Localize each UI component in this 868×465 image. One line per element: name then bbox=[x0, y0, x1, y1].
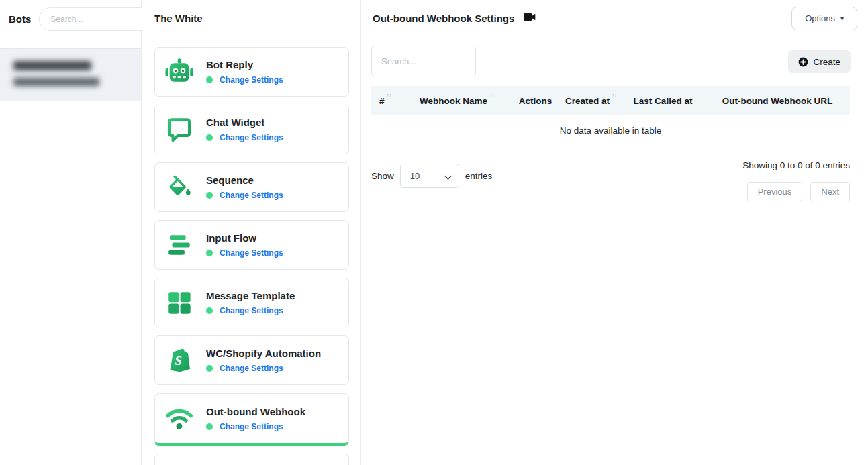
show-label: Show bbox=[371, 171, 394, 181]
column-header-last-called-at: Last Called at bbox=[621, 96, 705, 106]
chat-bubble-icon bbox=[164, 114, 195, 145]
bot-name-title: The White bbox=[142, 0, 360, 47]
sort-icon[interactable]: ↑↓ bbox=[489, 92, 494, 99]
change-settings-link[interactable]: Change Settings bbox=[220, 191, 283, 200]
sidebar-title: Bots bbox=[9, 13, 31, 25]
change-settings-link[interactable]: Change Settings bbox=[220, 75, 283, 85]
feature-card-bot-reply[interactable]: Bot Reply Change Settings bbox=[154, 47, 349, 97]
options-button[interactable]: Options ▾ bbox=[791, 7, 857, 30]
options-button-label: Options bbox=[805, 13, 835, 23]
caret-down-icon: ▾ bbox=[840, 15, 844, 22]
bots-sidebar: Bots bbox=[0, 0, 142, 465]
page-size-group: Show 10 entries bbox=[371, 164, 492, 188]
feature-card-title: Input Flow bbox=[206, 232, 283, 244]
sort-icon[interactable]: ↑↓ bbox=[612, 92, 616, 99]
grid-icon bbox=[164, 287, 195, 318]
plus-circle-icon bbox=[798, 57, 808, 67]
status-dot-icon bbox=[206, 76, 213, 83]
change-settings-link[interactable]: Change Settings bbox=[220, 422, 283, 431]
status-dot-icon bbox=[206, 250, 213, 256]
feature-card-input-flow[interactable]: Input Flow Change Settings bbox=[154, 220, 349, 270]
outbound-webhook-settings-main: Out-bound Webhook Settings Options ▾ bbox=[361, 0, 868, 465]
webhooks-table: #↑↓ Webhook Name↑↓ Actions Created at↑↓ … bbox=[371, 86, 850, 146]
bot-list-item[interactable] bbox=[0, 48, 141, 101]
feature-card-outbound-webhook[interactable]: Out-bound Webhook Change Settings bbox=[154, 393, 349, 446]
feature-card-list: Bot Reply Change Settings bbox=[142, 47, 360, 465]
svg-text:S: S bbox=[175, 354, 182, 368]
redacted-bot-name bbox=[13, 61, 91, 70]
feature-card-title: Chat Widget bbox=[206, 117, 283, 128]
change-settings-link[interactable]: Change Settings bbox=[220, 133, 283, 142]
column-header-created-at[interactable]: Created at↑↓ bbox=[561, 96, 621, 106]
page-title: Out-bound Webhook Settings bbox=[373, 13, 514, 24]
video-camera-icon[interactable] bbox=[524, 12, 536, 24]
table-header-row: #↑↓ Webhook Name↑↓ Actions Created at↑↓ … bbox=[371, 86, 850, 115]
list-bars-icon bbox=[164, 229, 195, 260]
feature-card-title: Message Template bbox=[206, 290, 295, 301]
status-dot-icon bbox=[206, 192, 213, 199]
column-header-webhook-url: Out-bound Webhook URL bbox=[705, 96, 850, 106]
feature-card-title: Sequence bbox=[206, 174, 283, 186]
robot-icon bbox=[164, 56, 195, 87]
sort-icon[interactable]: ↑↓ bbox=[387, 92, 391, 99]
previous-page-button[interactable]: Previous bbox=[747, 182, 803, 201]
shopify-bag-icon: S bbox=[164, 345, 195, 376]
table-footer: Show 10 entries Showing 0 to 0 of 0 entr… bbox=[371, 155, 850, 201]
feature-card-shopify-automation[interactable]: S WC/Shopify Automation Change Settings bbox=[154, 335, 349, 385]
column-header-actions: Actions bbox=[510, 96, 561, 106]
change-settings-link[interactable]: Change Settings bbox=[220, 248, 283, 258]
webhook-search-input[interactable] bbox=[371, 46, 476, 76]
status-dot-icon bbox=[206, 307, 213, 314]
bot-manager-app: Bots The White bbox=[0, 0, 868, 465]
feature-card-title: WC/Shopify Automation bbox=[206, 348, 321, 359]
page-size-select[interactable]: 10 bbox=[400, 164, 459, 188]
bot-features-panel: The White bbox=[142, 0, 361, 465]
feature-card-title: Bot Reply bbox=[206, 59, 283, 70]
change-settings-link[interactable]: Change Settings bbox=[220, 364, 283, 373]
paint-bucket-icon bbox=[164, 172, 195, 203]
status-dot-icon bbox=[206, 423, 213, 430]
main-header: Out-bound Webhook Settings Options ▾ bbox=[361, 0, 868, 38]
feature-card-sequence[interactable]: Sequence Change Settings bbox=[154, 162, 349, 212]
column-header-index[interactable]: #↑↓ bbox=[371, 96, 403, 106]
change-settings-link[interactable]: Change Settings bbox=[220, 306, 283, 315]
redacted-bot-phone bbox=[13, 78, 99, 86]
feature-card-title: Out-bound Webhook bbox=[206, 406, 305, 417]
create-button[interactable]: Create bbox=[788, 50, 851, 73]
feature-card-chat-widget[interactable]: Chat Widget Change Settings bbox=[154, 105, 349, 154]
next-page-button[interactable]: Next bbox=[810, 182, 850, 201]
sidebar-header: Bots bbox=[0, 0, 141, 38]
table-empty-message: No data available in table bbox=[371, 115, 850, 146]
status-dot-icon bbox=[206, 365, 213, 372]
status-dot-icon bbox=[206, 134, 213, 141]
entries-label: entries bbox=[465, 171, 493, 181]
pagination-controls: Previous Next bbox=[747, 182, 850, 201]
feature-card-partial[interactable] bbox=[154, 454, 349, 465]
table-toolbar: Create bbox=[361, 38, 868, 86]
column-header-webhook-name[interactable]: Webhook Name↑↓ bbox=[403, 96, 510, 106]
feature-card-message-template[interactable]: Message Template Change Settings bbox=[154, 278, 349, 327]
entries-summary: Showing 0 to 0 of 0 entries bbox=[742, 160, 850, 170]
wifi-icon bbox=[164, 403, 195, 434]
create-button-label: Create bbox=[813, 57, 840, 67]
